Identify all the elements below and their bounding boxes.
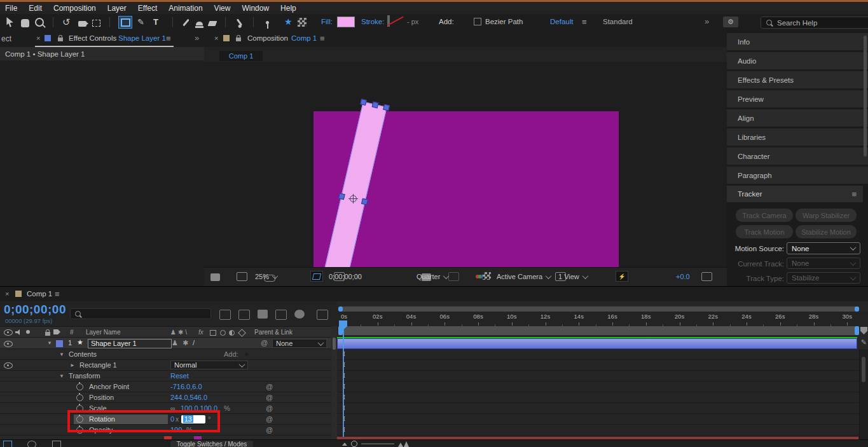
region-of-interest-icon[interactable] (310, 271, 323, 282)
toolbar-overflow-chevrons[interactable]: » (705, 17, 709, 26)
help-search-box[interactable] (761, 17, 868, 29)
clone-stamp-tool-icon[interactable] (196, 22, 203, 25)
expand-in-out-icon[interactable] (52, 441, 61, 447)
comp-viewer-tab[interactable]: Comp 1 (219, 51, 263, 61)
composition-comp-name[interactable]: Comp 1 (291, 34, 317, 42)
brush-tool-icon[interactable] (183, 18, 189, 26)
workspace-name[interactable]: Default (550, 18, 573, 25)
work-area-end-handle[interactable] (855, 326, 859, 335)
menu-window[interactable]: Window (242, 4, 269, 13)
panel-tab-character[interactable]: Character (727, 148, 868, 165)
resolution-dropdown[interactable]: Quarter (417, 273, 448, 280)
panel-menu-icon[interactable]: ≡ (851, 189, 857, 199)
menu-help[interactable]: Help (280, 4, 296, 13)
position-label[interactable]: Position (89, 394, 114, 401)
help-search-input[interactable] (776, 18, 855, 27)
navigator-end-handle[interactable] (855, 306, 859, 312)
view-layout-dropdown[interactable]: 1 View (558, 273, 588, 280)
workspace-menu-icon[interactable]: ≡ (582, 17, 587, 27)
position-row[interactable]: Position 244.0,546.0 @ (0, 392, 337, 403)
pan-behind-tool-icon[interactable] (92, 20, 100, 27)
puppet-pin-tool-icon[interactable] (266, 21, 269, 24)
stroke-color-swatch[interactable] (387, 15, 390, 27)
reset-link[interactable]: Reset (170, 372, 189, 380)
anchor-point-row[interactable]: Anchor Point -716.0,6.0 @ (0, 382, 337, 392)
property-pickwhip-icon[interactable]: @ (266, 415, 273, 423)
selection-tool-icon[interactable] (5, 17, 15, 27)
panel-tab-align[interactable]: Align (727, 109, 868, 127)
zoom-slider-knob[interactable] (351, 441, 357, 447)
exposure-value[interactable]: +0.0 (676, 273, 690, 280)
lock-icon[interactable] (58, 38, 63, 41)
always-preview-icon[interactable] (210, 273, 220, 281)
property-pickwhip-icon[interactable]: @ (266, 426, 273, 434)
hand-tool-icon[interactable] (21, 19, 29, 27)
transform-label[interactable]: Transform (69, 372, 100, 380)
timeline-zoom-control[interactable] (342, 441, 409, 447)
transform-handle[interactable] (360, 99, 367, 106)
scale-label[interactable]: Scale (89, 404, 107, 412)
pen-tool-icon[interactable] (137, 17, 148, 27)
expand-layer-switches-icon[interactable] (3, 441, 12, 447)
fill-color-swatch[interactable] (337, 17, 355, 27)
transparency-grid-icon[interactable] (298, 18, 307, 27)
transform-row[interactable]: ▼ Transform Reset (0, 371, 337, 382)
camera-view-dropdown[interactable]: Active Camera (497, 273, 551, 280)
transform-handle[interactable] (371, 101, 378, 108)
transparency-grid-toggle-icon[interactable] (483, 272, 491, 280)
fast-previews-icon[interactable]: ⚡ (616, 271, 628, 282)
layer-collapse-switch[interactable]: ✱ (183, 339, 188, 347)
layer-visibility-eye-icon[interactable] (4, 341, 13, 347)
zoom-slider-track[interactable] (361, 443, 394, 444)
layer-duration-bar[interactable] (337, 338, 857, 349)
contents-label[interactable]: Contents (69, 350, 97, 358)
time-ruler[interactable]: 0s02s04s06s08s10s12s14s16s18s20s22s24s26… (337, 312, 868, 327)
lock-icon[interactable] (236, 38, 241, 41)
roto-brush-tool-icon[interactable] (237, 18, 242, 26)
stabilize-motion-button[interactable]: Stabilize Motion (796, 225, 857, 238)
panel-tab-audio[interactable]: Audio (727, 52, 868, 69)
frame-blending-icon[interactable] (275, 310, 287, 320)
composition-title[interactable]: Composition (247, 34, 288, 42)
opacity-label[interactable]: Opacity (89, 426, 113, 434)
parent-dropdown[interactable]: None (272, 339, 327, 348)
project-tab-partial[interactable]: ect (1, 34, 11, 43)
stopwatch-icon[interactable] (76, 383, 83, 390)
show-snapshot-icon[interactable] (448, 272, 459, 281)
layer-shy-switch[interactable]: ♟ (172, 339, 178, 347)
parent-link-column-header[interactable]: Parent & Link (254, 329, 293, 336)
rotation-revolutions[interactable]: 0 (170, 415, 174, 423)
stopwatch-icon[interactable] (76, 427, 83, 434)
menu-edit[interactable]: Edit (29, 4, 42, 13)
time-navigator-bar[interactable] (338, 306, 859, 312)
menu-animation[interactable]: Animation (169, 4, 202, 13)
close-icon[interactable]: × (214, 34, 218, 42)
panel-menu-icon[interactable]: ≡ (55, 289, 60, 299)
stopwatch-icon[interactable] (76, 394, 83, 401)
star-icon[interactable] (284, 17, 293, 27)
expand-transfer-controls-icon[interactable] (27, 441, 36, 447)
rotation-row[interactable]: Rotation 0 x 13 ° @ (0, 414, 337, 425)
zoom-out-icon[interactable] (342, 443, 347, 446)
rectangle-row[interactable]: ► Rectangle 1 Normal (0, 360, 337, 371)
rectangle-label[interactable]: Rectangle 1 (79, 361, 117, 369)
stopwatch-icon[interactable] (76, 405, 83, 412)
disclosure-triangle[interactable]: ▼ (59, 352, 64, 357)
share-view-icon[interactable] (701, 272, 712, 281)
current-timecode[interactable]: 0;00;00;00 (4, 303, 66, 317)
stopwatch-icon[interactable] (76, 416, 83, 423)
type-tool-icon[interactable] (153, 17, 163, 27)
anchor-point-label[interactable]: Anchor Point (89, 383, 129, 390)
close-icon[interactable]: × (36, 34, 40, 42)
layer-name-column-header[interactable]: Layer Name (86, 329, 120, 336)
menu-view[interactable]: View (214, 4, 231, 13)
panel-tab-effects-presets[interactable]: Effects & Presets (727, 71, 868, 88)
scale-value[interactable]: 100.0,100.0 (181, 404, 217, 412)
main-display-icon[interactable] (237, 272, 247, 281)
menu-effect[interactable]: Effect (138, 4, 157, 13)
group-visibility-eye-icon[interactable] (4, 362, 13, 369)
motion-blur-icon[interactable] (294, 310, 305, 319)
stroke-width-value[interactable]: - px (407, 18, 418, 25)
panel-menu-icon[interactable]: ≡ (320, 34, 325, 43)
panel-tab-paragraph[interactable]: Paragraph (727, 167, 868, 184)
